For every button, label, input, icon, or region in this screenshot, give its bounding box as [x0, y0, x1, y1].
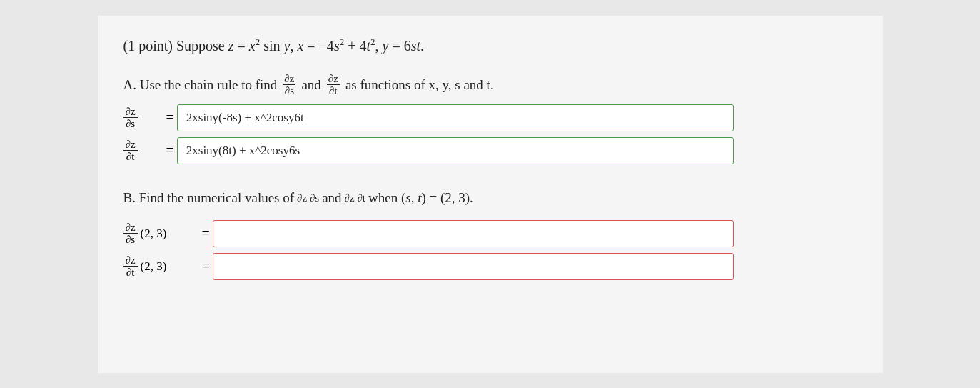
- answer-row-1: ∂z ∂s =: [123, 104, 857, 131]
- eq-sign-b-2: =: [202, 258, 210, 274]
- lhs-frac-2-num: ∂z: [123, 139, 138, 151]
- answer-row-2: ∂z ∂t =: [123, 137, 857, 164]
- section-a-answers: ∂z ∂s = ∂z ∂t =: [123, 104, 857, 164]
- lhs-b-arg-2: (2, 3): [141, 259, 167, 274]
- section-b-suffix: when (s, t) = (2, 3).: [368, 184, 473, 212]
- lhs-b-frac-1: ∂z ∂s: [123, 222, 138, 246]
- lhs-2: ∂z ∂t: [123, 139, 166, 163]
- lhs-1: ∂z ∂s: [123, 106, 166, 130]
- lhs-b-frac-2-den: ∂t: [124, 267, 137, 279]
- lhs-frac-1-den: ∂s: [123, 118, 137, 130]
- main-container: (1 point) Suppose z = x2 sin y, x = −4s2…: [98, 16, 883, 373]
- answer-row-b-2: ∂z ∂t (2, 3) =: [123, 253, 857, 280]
- and-1: and: [301, 77, 320, 93]
- frac-b-den-2: ∂t: [357, 192, 365, 204]
- section-a-text: A. Use the chain rule to find: [123, 77, 278, 93]
- frac-num-2: ∂z: [327, 73, 340, 86]
- lhs-frac-1: ∂z ∂s: [123, 106, 138, 130]
- lhs-b-frac-2: ∂z ∂t: [123, 254, 138, 279]
- lhs-b-frac-1-num: ∂z: [123, 222, 138, 234]
- and-2: and: [322, 184, 341, 212]
- frac-den: ∂s: [283, 85, 295, 97]
- lhs-frac-2: ∂z ∂t: [123, 139, 138, 163]
- section-b-label: B. Find the numerical values of ∂z ∂s an…: [123, 184, 857, 212]
- lhs-b-2: ∂z ∂t (2, 3): [123, 254, 202, 279]
- problem-title: (1 point) Suppose z = x2 sin y, x = −4s2…: [123, 36, 857, 56]
- frac-den-2: ∂t: [328, 85, 339, 97]
- lhs-b-frac-2-num: ∂z: [123, 254, 138, 267]
- frac-dz-ds-label: ∂z ∂s: [283, 73, 295, 97]
- answer-input-2[interactable]: [177, 137, 734, 164]
- eq-sign-2: =: [166, 142, 174, 159]
- answer-input-b-1[interactable]: [213, 220, 734, 247]
- eq-sign-1: =: [166, 109, 174, 126]
- section-a-suffix: as functions of x, y, s and t.: [345, 77, 494, 93]
- answer-input-1[interactable]: [177, 104, 734, 131]
- frac-b-dz-ds: ∂z ∂s: [297, 187, 319, 209]
- frac-b-num-1: ∂z: [297, 192, 307, 204]
- lhs-b-1: ∂z ∂s (2, 3): [123, 222, 202, 246]
- section-a-label: A. Use the chain rule to find ∂z ∂s and …: [123, 73, 857, 97]
- lhs-b-arg-1: (2, 3): [141, 227, 167, 241]
- frac-num: ∂z: [283, 73, 295, 86]
- section-b-answers: ∂z ∂s (2, 3) = ∂z ∂t (2, 3) =: [123, 220, 857, 280]
- lhs-b-frac-1-den: ∂s: [123, 234, 137, 246]
- eq-sign-b-1: =: [202, 225, 210, 242]
- answer-row-b-1: ∂z ∂s (2, 3) =: [123, 220, 857, 247]
- section-b-text: B. Find the numerical values of: [123, 184, 295, 212]
- lhs-frac-2-den: ∂t: [124, 151, 137, 163]
- frac-b-dz-dt: ∂z ∂t: [345, 187, 365, 209]
- frac-b-den-1: ∂s: [310, 192, 319, 204]
- lhs-frac-1-num: ∂z: [123, 106, 138, 119]
- frac-dz-dt-label: ∂z ∂t: [327, 73, 340, 97]
- frac-b-num-2: ∂z: [345, 192, 355, 204]
- answer-input-b-2[interactable]: [213, 253, 734, 280]
